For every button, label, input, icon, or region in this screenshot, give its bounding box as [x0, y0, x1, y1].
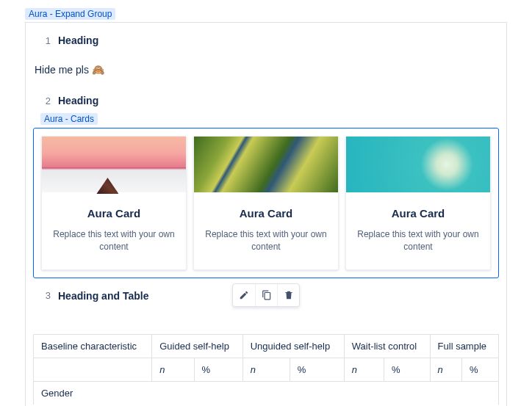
hide-me-text: Hide me pls 🙈: [35, 64, 497, 76]
table-row: n % n % n % n %: [34, 358, 499, 381]
table-cell[interactable]: %: [461, 358, 498, 381]
heading-label: Heading and Table: [58, 290, 148, 302]
aura-card[interactable]: Aura Card Replace this text with your ow…: [41, 136, 187, 270]
table-cell[interactable]: [34, 358, 152, 381]
delete-button[interactable]: [277, 284, 299, 306]
breadcrumb-cards[interactable]: Aura - Cards: [40, 113, 98, 125]
table-cell[interactable]: n: [152, 358, 194, 381]
card-text: Replace this text with your own content: [203, 228, 329, 253]
table-cell[interactable]: Gender: [34, 381, 499, 405]
card-text: Replace this text with your own content: [51, 228, 177, 253]
pencil-icon: [239, 290, 249, 300]
card-image: [42, 137, 186, 192]
heading-1[interactable]: 1 Heading: [33, 32, 499, 49]
table-cell[interactable]: %: [290, 358, 344, 381]
heading-label: Heading: [58, 95, 98, 106]
card-image: [194, 137, 338, 192]
table-row: Baseline characteristic Guided self-help…: [34, 334, 499, 358]
aura-card[interactable]: Aura Card Replace this text with your ow…: [193, 136, 339, 270]
card-image: [346, 137, 490, 192]
table-cell[interactable]: %: [384, 358, 431, 381]
table-cell[interactable]: %: [194, 358, 242, 381]
edit-button[interactable]: [233, 284, 255, 306]
table-cell[interactable]: n: [344, 358, 384, 381]
block-toolbar: [232, 283, 300, 307]
table-cell[interactable]: n: [242, 358, 290, 381]
table-cell[interactable]: Full sample: [430, 334, 498, 358]
breadcrumb-expand-group[interactable]: Aura - Expand Group: [25, 8, 115, 20]
table-row: Gender: [34, 381, 499, 405]
table-cell[interactable]: Wait-list control: [344, 334, 430, 358]
heading-label: Heading: [58, 35, 98, 46]
card-text: Replace this text with your own content: [355, 228, 481, 253]
heading-number: 1: [39, 35, 51, 46]
heading-number: 3: [39, 290, 51, 301]
cards-container[interactable]: Aura Card Replace this text with your ow…: [33, 128, 499, 278]
table-cell[interactable]: Guided self-help: [152, 334, 242, 358]
aura-card[interactable]: Aura Card Replace this text with your ow…: [345, 136, 491, 270]
card-title: Aura Card: [51, 207, 177, 220]
trash-icon: [284, 290, 294, 300]
heading-2[interactable]: 2 Heading: [33, 92, 499, 109]
table-cell[interactable]: Unguided self-help: [242, 334, 344, 358]
card-title: Aura Card: [355, 207, 481, 220]
copy-icon: [262, 290, 272, 300]
card-title: Aura Card: [203, 207, 329, 220]
expand-group-panel: 1 Heading Hide me pls 🙈 2 Heading Aura -…: [25, 22, 507, 406]
table-cell[interactable]: n: [430, 358, 461, 381]
heading-number: 2: [39, 95, 51, 106]
data-table: Baseline characteristic Guided self-help…: [33, 334, 499, 405]
table-cell[interactable]: Baseline characteristic: [34, 334, 152, 358]
copy-button[interactable]: [255, 284, 277, 306]
